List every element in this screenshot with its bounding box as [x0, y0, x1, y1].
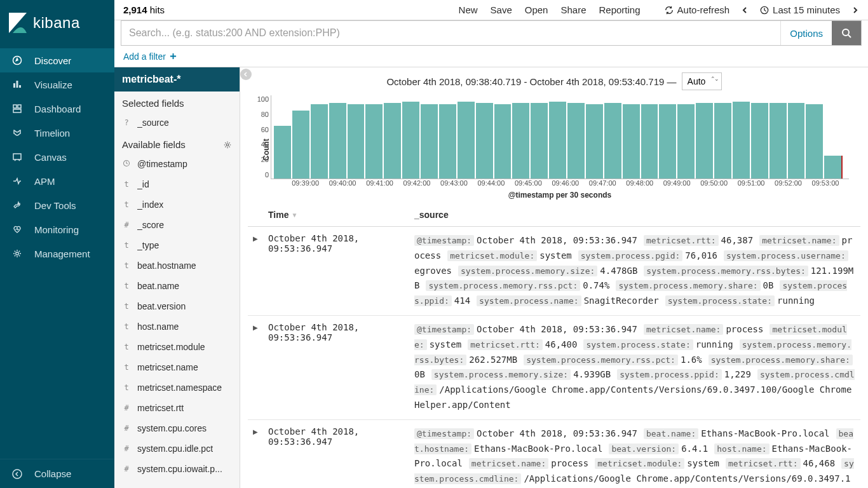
histogram-bar[interactable] — [476, 103, 493, 179]
field-item[interactable]: thost.name — [114, 316, 240, 337]
field-item[interactable]: tmetricset.namespace — [114, 377, 240, 398]
histogram-bar[interactable] — [770, 103, 787, 179]
field-item[interactable]: t_index — [114, 194, 240, 215]
field-name: _source — [137, 118, 169, 128]
nav-item-dashboard[interactable]: Dashboard — [0, 97, 114, 121]
timepicker-next-icon[interactable] — [851, 6, 859, 14]
topbar-new-link[interactable]: New — [459, 4, 478, 15]
refresh-icon — [665, 6, 674, 15]
histogram-bar[interactable] — [402, 102, 419, 179]
field-item[interactable]: ?_source — [114, 112, 240, 133]
field-item[interactable]: @timestamp — [114, 154, 240, 174]
topbar-save-link[interactable]: Save — [491, 4, 512, 15]
field-item[interactable]: tmetricset.module — [114, 337, 240, 357]
sort-desc-icon: ▼ — [291, 212, 297, 219]
timepicker-prev-icon[interactable] — [741, 6, 749, 14]
topbar-reporting-link[interactable]: Reporting — [599, 4, 641, 15]
histogram-bar[interactable] — [549, 102, 566, 179]
histogram-bar[interactable] — [531, 103, 548, 179]
field-type-icon: # — [122, 403, 131, 412]
histogram-bar[interactable] — [512, 103, 529, 179]
field-item[interactable]: tbeat.hostname — [114, 255, 240, 276]
field-item[interactable]: #system.cpu.iowait.p... — [114, 459, 240, 479]
nav-item-monitoring[interactable]: Monitoring — [0, 217, 114, 241]
search-submit-button[interactable] — [832, 21, 861, 45]
histogram-chart[interactable]: Count 100806040200 09:39:0009:40:0009:41… — [240, 90, 868, 205]
histogram-bar[interactable] — [604, 103, 621, 179]
histogram-bar[interactable] — [274, 126, 291, 179]
time-range-picker[interactable]: Last 15 minutes — [760, 4, 840, 15]
auto-refresh-toggle[interactable]: Auto-refresh — [665, 4, 730, 15]
histogram-bar[interactable] — [567, 103, 585, 179]
column-header-time[interactable]: Time ▼ — [268, 210, 414, 220]
histogram-bar[interactable] — [292, 111, 309, 179]
field-value: running — [777, 295, 815, 306]
topbar-share-link[interactable]: Share — [560, 4, 586, 15]
svg-point-9 — [226, 144, 229, 146]
interval-select[interactable]: Auto — [682, 72, 722, 90]
nav-item-canvas[interactable]: Canvas — [0, 145, 114, 169]
histogram-bar[interactable] — [659, 104, 676, 179]
field-value: 46,400 — [545, 339, 578, 349]
canvas-icon — [11, 151, 23, 163]
histogram-bar[interactable] — [384, 103, 401, 179]
histogram-bar[interactable] — [586, 104, 603, 179]
svg-rect-2 — [18, 105, 21, 108]
field-key: system.process.ppid: — [617, 369, 722, 380]
field-key: metricset.module: — [447, 250, 537, 261]
field-item[interactable]: #metricset.rtt — [114, 398, 240, 418]
field-item[interactable]: #_score — [114, 215, 240, 235]
histogram-bar[interactable] — [733, 102, 750, 179]
collapse-sidebar[interactable]: Collapse — [0, 459, 114, 488]
field-item[interactable]: tbeat.version — [114, 296, 240, 316]
field-value: 46,468 — [803, 458, 836, 468]
histogram-bar[interactable] — [458, 102, 475, 179]
topbar-open-link[interactable]: Open — [525, 4, 548, 15]
collapse-field-panel-button[interactable] — [240, 69, 252, 80]
histogram-bar[interactable] — [494, 104, 512, 179]
histogram-bar[interactable] — [329, 103, 346, 179]
nav-item-timelion[interactable]: Timelion — [0, 121, 114, 145]
histogram-bar[interactable] — [677, 104, 695, 179]
nav-item-visualize[interactable]: Visualize — [0, 72, 114, 97]
histogram-bar[interactable] — [641, 104, 658, 179]
field-item[interactable]: tbeat.name — [114, 276, 240, 296]
histogram-bar[interactable] — [348, 104, 365, 179]
field-item[interactable]: t_id — [114, 174, 240, 194]
collapse-icon — [11, 468, 23, 480]
histogram-bar[interactable] — [751, 103, 768, 179]
histogram-bar[interactable] — [623, 104, 640, 179]
histogram-bar[interactable] — [714, 103, 731, 179]
svg-point-6 — [13, 470, 22, 478]
nav-item-apm[interactable]: APM — [0, 169, 114, 193]
field-name: _score — [137, 220, 164, 230]
field-key: metricset.module: — [595, 458, 684, 469]
expand-row-button[interactable]: ▶ — [253, 322, 268, 413]
column-header-source[interactable]: _source — [414, 210, 855, 220]
query-input[interactable] — [121, 21, 780, 45]
nav-item-discover[interactable]: Discover — [0, 48, 114, 72]
field-filter-gear-icon[interactable] — [223, 140, 232, 149]
field-item[interactable]: t_type — [114, 235, 240, 255]
expand-row-button[interactable]: ▶ — [253, 426, 268, 488]
field-item[interactable]: #system.cpu.idle.pct — [114, 438, 240, 459]
field-type-icon: t — [122, 342, 131, 351]
field-type-icon: t — [122, 281, 131, 290]
histogram-bar[interactable] — [788, 103, 805, 179]
nav-item-management[interactable]: Management — [0, 241, 114, 266]
dashboard-icon — [11, 103, 23, 114]
field-item[interactable]: #system.cpu.cores — [114, 418, 240, 438]
histogram-bar[interactable] — [439, 104, 456, 179]
histogram-bar[interactable] — [365, 104, 383, 179]
histogram-bar[interactable] — [824, 156, 843, 179]
histogram-bar[interactable] — [806, 104, 823, 179]
histogram-bar[interactable] — [421, 104, 438, 179]
nav-item-dev-tools[interactable]: Dev Tools — [0, 193, 114, 217]
search-options-button[interactable]: Options — [780, 21, 832, 45]
add-filter-button[interactable]: Add a filter — [123, 51, 177, 62]
index-pattern-selector[interactable]: metricbeat-* — [114, 67, 240, 92]
histogram-bar[interactable] — [311, 104, 328, 179]
histogram-bar[interactable] — [696, 103, 713, 179]
expand-row-button[interactable]: ▶ — [253, 233, 268, 309]
field-item[interactable]: tmetricset.name — [114, 357, 240, 377]
